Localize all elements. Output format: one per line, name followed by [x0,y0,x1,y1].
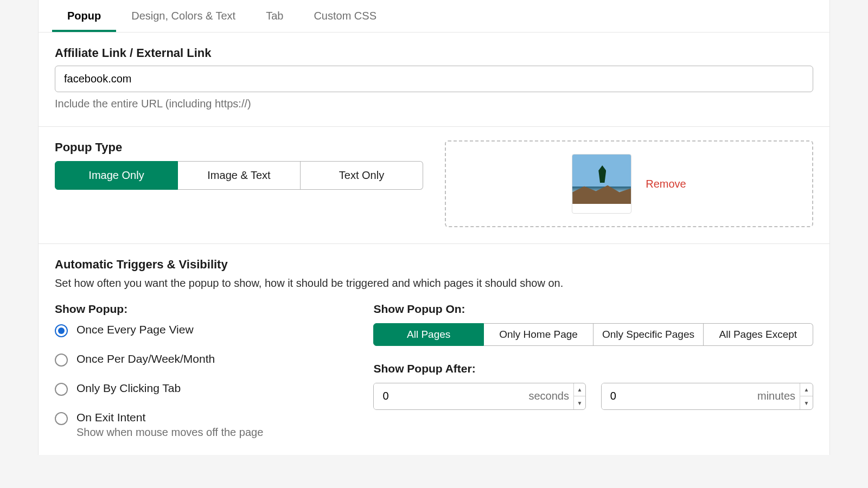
image-thumbnail [572,154,631,214]
seconds-unit: seconds [528,390,573,402]
show-popup-label: Show Popup: [55,303,341,316]
popup-type-group: Image Only Image & Text Text Only [55,161,423,190]
show-popup-column: Show Popup: Once Every Page View Once Pe… [55,303,341,439]
popup-type-text-only[interactable]: Text Only [301,161,423,190]
popup-type-image-only[interactable]: Image Only [55,161,178,190]
affiliate-link-help: Include the entire URL (including https:… [55,98,813,110]
show-popup-on-column: Show Popup On: All Pages Only Home Page … [373,303,813,439]
triggers-title: Automatic Triggers & Visibility [55,258,813,272]
radio-icon [55,383,68,396]
radio-once-every-page[interactable]: Once Every Page View [55,323,341,337]
tab-custom-css[interactable]: Custom CSS [298,0,392,32]
affiliate-link-input[interactable] [55,66,813,92]
radio-icon [55,412,68,425]
popup-type-label: Popup Type [55,140,423,155]
section-triggers: Automatic Triggers & Visibility Set how … [39,244,829,455]
app-frame: Popup Design, Colors & Text Tab Custom C… [38,0,830,455]
seconds-input[interactable] [374,383,528,409]
tab-bar: Popup Design, Colors & Text Tab Custom C… [39,0,829,33]
minutes-input[interactable] [602,383,757,409]
spin-up-icon[interactable]: ▲ [800,383,813,397]
radio-only-tab[interactable]: Only By Clicking Tab [55,382,341,396]
remove-image-link[interactable]: Remove [646,178,686,190]
radio-once-per-period[interactable]: Once Per Day/Week/Month [55,352,341,367]
affiliate-link-label: Affiliate Link / External Link [55,46,813,60]
show-on-home[interactable]: Only Home Page [484,323,593,346]
popup-type-image-text[interactable]: Image & Text [178,161,301,190]
spin-up-icon[interactable]: ▲ [574,383,585,397]
show-after-label: Show Popup After: [373,362,813,375]
seconds-field[interactable]: seconds ▲ ▼ [373,383,585,410]
radio-label: On Exit Intent [76,411,263,424]
show-on-group: All Pages Only Home Page Only Specific P… [373,323,813,346]
tab-design[interactable]: Design, Colors & Text [116,0,251,32]
radio-icon [55,324,68,337]
radio-label: Once Every Page View [76,323,194,336]
image-drop-zone[interactable]: Remove [445,140,813,227]
popup-image-column: Remove [445,140,813,227]
triggers-subtext: Set how often you want the popup to show… [55,277,813,290]
show-on-specific[interactable]: Only Specific Pages [593,323,703,346]
section-popup-type: Popup Type Image Only Image & Text Text … [39,127,829,244]
tab-popup[interactable]: Popup [52,0,116,32]
show-on-all-pages[interactable]: All Pages [373,323,483,346]
minutes-unit: minutes [757,390,800,402]
tab-tab[interactable]: Tab [251,0,298,32]
minutes-spinner: ▲ ▼ [800,383,813,409]
minutes-field[interactable]: minutes ▲ ▼ [601,383,813,410]
radio-label: Once Per Day/Week/Month [76,352,215,365]
radio-label: Only By Clicking Tab [76,382,181,395]
section-affiliate-link: Affiliate Link / External Link Include t… [39,33,829,127]
popup-type-column: Popup Type Image Only Image & Text Text … [55,140,423,227]
radio-subtext: Show when mouse moves off the page [76,426,263,439]
spin-down-icon[interactable]: ▼ [574,396,585,409]
spin-down-icon[interactable]: ▼ [800,396,813,409]
radio-icon [55,354,68,367]
show-on-except[interactable]: All Pages Except [704,323,813,346]
seconds-spinner: ▲ ▼ [573,383,585,409]
show-popup-on-label: Show Popup On: [373,303,813,316]
radio-exit-intent[interactable]: On Exit Intent Show when mouse moves off… [55,411,341,439]
